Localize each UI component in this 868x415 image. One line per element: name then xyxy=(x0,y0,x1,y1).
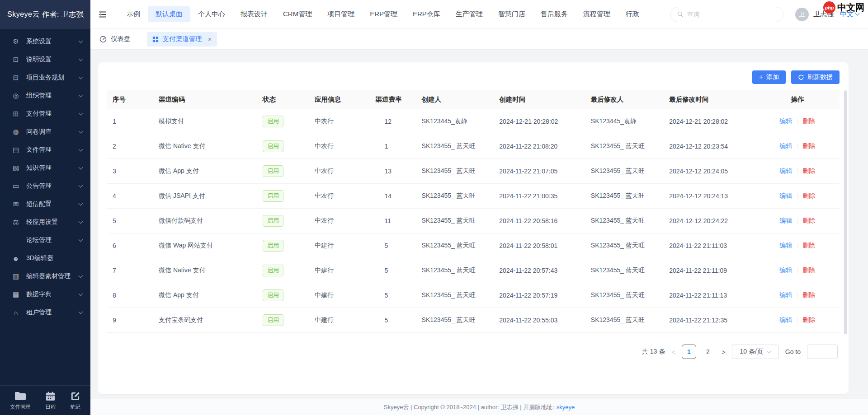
cell-channel-code: 微信 Wap 网站支付 xyxy=(153,242,257,250)
sidebar-footer-files[interactable]: 文件管理 xyxy=(10,392,31,410)
nav-tab[interactable]: 售后服务 xyxy=(533,6,576,22)
table-row[interactable]: 3 微信 App 支付 启用 中农行 13 SK123455_ 蓝天旺 2024… xyxy=(107,159,840,184)
cell-app-info: 中农行 xyxy=(309,167,370,175)
nav-tab[interactable]: 报表设计 xyxy=(233,6,275,22)
sidebar-footer-notes[interactable]: 笔记 xyxy=(70,392,80,410)
nav-tab[interactable]: 行政 xyxy=(618,6,647,22)
edit-link[interactable]: 编辑 xyxy=(779,242,792,250)
table-header-cell: 状态 xyxy=(257,95,309,104)
delete-link[interactable]: 删除 xyxy=(802,266,815,275)
nav-tab[interactable]: ERP管理 xyxy=(362,6,405,22)
sidebar-footer-schedule[interactable]: 日程 xyxy=(45,392,56,410)
action-divider xyxy=(797,193,797,199)
delete-link[interactable]: 删除 xyxy=(802,192,815,200)
edit-link[interactable]: 编辑 xyxy=(779,266,792,275)
close-tab-icon[interactable]: × xyxy=(208,35,212,43)
table-row[interactable]: 2 微信 Native 支付 启用 中农行 1 SK123455_ 蓝天旺 20… xyxy=(107,134,840,159)
sidebar-item[interactable]: ⌂ 租户管理 xyxy=(0,303,90,322)
pagination: 共 13 条 < 1 2 > 10 条/页 Go to xyxy=(107,345,840,359)
table-row[interactable]: 9 支付宝条码支付 启用 中建行 5 SK123455_ 蓝天旺 2024-11… xyxy=(107,308,840,333)
3d-editor-icon: ☻ xyxy=(12,255,20,262)
collapse-sidebar-button[interactable] xyxy=(98,10,107,19)
nav-tab[interactable]: 流程管理 xyxy=(576,6,618,22)
sidebar-item[interactable]: ⊡ 说明设置 xyxy=(0,51,90,69)
sidebar-item[interactable]: ⊞ 支付管理 xyxy=(0,105,90,123)
sidebar-item[interactable]: ⚙ 系统设置 xyxy=(0,33,90,51)
table-row[interactable]: 5 微信付款码支付 启用 中农行 11 SK123455_ 蓝天旺 2024-1… xyxy=(107,209,840,233)
truck-icon: ⊞ xyxy=(12,110,20,118)
tab-dashboard[interactable]: 仪表盘 xyxy=(99,35,131,43)
action-divider xyxy=(797,292,797,298)
sidebar-item[interactable]: ✉ 短信配置 xyxy=(0,195,90,213)
nav-tab[interactable]: CRM管理 xyxy=(275,6,320,22)
delete-link[interactable]: 删除 xyxy=(802,291,815,299)
page-size-select[interactable]: 10 条/页 xyxy=(732,345,779,359)
sidebar-item[interactable]: ◎ 组织管理 xyxy=(0,87,90,105)
delete-link[interactable]: 删除 xyxy=(802,117,815,126)
vertical-scrollbar[interactable] xyxy=(844,90,847,334)
search-input[interactable] xyxy=(687,11,777,18)
tab-payment-channel[interactable]: 支付渠道管理 × xyxy=(147,32,217,47)
status-badge: 启用 xyxy=(263,240,283,252)
avatar[interactable]: 卫 xyxy=(795,8,809,21)
cell-index: 5 xyxy=(107,217,153,224)
table-toolbar: + 添加 刷新数据 xyxy=(107,62,840,84)
table-header-cell: 渠道编码 xyxy=(153,95,257,104)
cell-channel-code: 支付宝条码支付 xyxy=(153,316,257,324)
edit-link[interactable]: 编辑 xyxy=(779,291,792,299)
sidebar-item[interactable]: ▭ 公告管理 xyxy=(0,177,90,195)
next-page-button[interactable]: > xyxy=(722,348,726,356)
cell-channel-code: 微信付款码支付 xyxy=(153,217,257,225)
sidebar-item[interactable]: ⊟ 项目业务规划 xyxy=(0,69,90,87)
edit-link[interactable]: 编辑 xyxy=(779,167,792,175)
cell-channel-rate: 5 xyxy=(370,267,416,274)
goto-page-input[interactable] xyxy=(807,345,838,359)
delete-link[interactable]: 删除 xyxy=(802,316,815,324)
table-row[interactable]: 4 微信 JSAPI 支付 启用 中农行 14 SK123455_ 蓝天旺 20… xyxy=(107,184,840,209)
edit-link[interactable]: 编辑 xyxy=(779,316,792,324)
table-row[interactable]: 7 微信 Native 支付 启用 中建行 5 SK123455_ 蓝天旺 20… xyxy=(107,258,840,283)
sidebar-item[interactable]: ▤ 文件管理 xyxy=(0,141,90,159)
cell-channel-rate: 14 xyxy=(370,192,416,200)
delete-link[interactable]: 删除 xyxy=(802,217,815,225)
nav-tab[interactable]: 项目管理 xyxy=(320,6,362,22)
sidebar-item[interactable]: ▥ 编辑器素材管理 xyxy=(0,267,90,285)
delete-link[interactable]: 删除 xyxy=(802,167,815,175)
monitor-icon: ⊡ xyxy=(12,56,20,64)
edit-link[interactable]: 编辑 xyxy=(779,117,792,126)
php-watermark-text: 中文网 xyxy=(837,1,864,14)
table-row[interactable]: 1 模拟支付 启用 中农行 12 SK123445_袁静 2024-12-21 … xyxy=(107,109,840,134)
sidebar-item-label: 知识管理 xyxy=(26,164,79,172)
table-row[interactable]: 6 微信 Wap 网站支付 启用 中建行 5 SK123455_ 蓝天旺 202… xyxy=(107,233,840,258)
table-row[interactable]: 8 微信 App 支付 启用 中建行 5 SK123455_ 蓝天旺 2024-… xyxy=(107,283,840,308)
table-body: 1 模拟支付 启用 中农行 12 SK123445_袁静 2024-12-21 … xyxy=(107,109,840,333)
nav-tab[interactable]: 个人中心 xyxy=(190,6,233,22)
nav-tab[interactable]: 示例 xyxy=(119,6,148,22)
nav-tab[interactable]: 默认桌面 xyxy=(148,6,190,22)
sidebar-item[interactable]: ⚖ 轻应用设置 xyxy=(0,213,90,231)
page-number-button[interactable]: 1 xyxy=(682,345,696,359)
data-dictionary-icon: ▦ xyxy=(12,290,20,298)
cell-creator: SK123455_ 蓝天旺 xyxy=(416,142,494,150)
sidebar-item[interactable]: 论坛管理 xyxy=(0,231,90,249)
skyeye-link[interactable]: skyeye xyxy=(557,404,575,410)
page-number-button[interactable]: 2 xyxy=(701,345,715,359)
prev-page-button[interactable]: < xyxy=(671,348,675,356)
edit-link[interactable]: 编辑 xyxy=(779,217,792,225)
nav-tab[interactable]: ERP仓库 xyxy=(405,6,448,22)
delete-link[interactable]: 删除 xyxy=(802,242,815,250)
add-button[interactable]: + 添加 xyxy=(752,70,786,84)
nav-tab[interactable]: 智慧门店 xyxy=(491,6,533,22)
cell-modifier: SK123455_ 蓝天旺 xyxy=(585,217,664,225)
search-box[interactable] xyxy=(670,7,783,22)
delete-link[interactable]: 删除 xyxy=(802,142,815,150)
nav-tab[interactable]: 生产管理 xyxy=(448,6,491,22)
sidebar-item[interactable]: ◍ 问卷调查 xyxy=(0,123,90,141)
edit-link[interactable]: 编辑 xyxy=(779,192,792,200)
refresh-button[interactable]: 刷新数据 xyxy=(791,70,840,84)
sidebar-item[interactable]: ☻ 3D编辑器 xyxy=(0,249,90,267)
sidebar-item[interactable]: ▦ 数据字典 xyxy=(0,285,90,303)
edit-link[interactable]: 编辑 xyxy=(779,142,792,150)
sidebar-item[interactable]: ▧ 知识管理 xyxy=(0,159,90,177)
note-edit-icon xyxy=(71,392,80,401)
